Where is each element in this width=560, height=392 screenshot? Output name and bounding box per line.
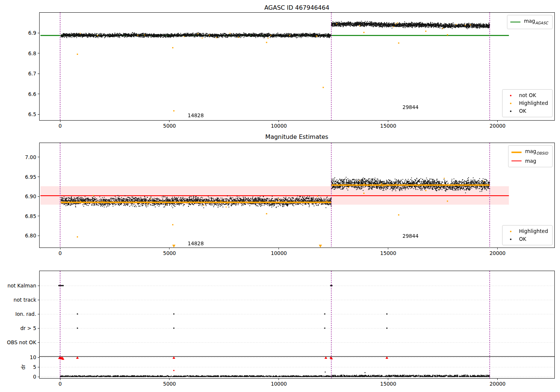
legend-entry: magAGASC [510, 17, 548, 27]
y-tick [38, 236, 39, 236]
y-tick [38, 314, 39, 314]
legend-point-status: HighlightedOK [502, 225, 553, 245]
legend-point-status: not OKHighlightedOK [502, 89, 553, 117]
flag-category-label: Ion. rad. [15, 311, 36, 317]
legend-label: magOBSID [525, 147, 548, 157]
figure: AGASC ID 467946464 Magnitude Estimates m… [0, 0, 560, 392]
y-tick-label: 6.80 [25, 233, 36, 239]
x-tick-label: 20000 [489, 381, 505, 387]
y-tick [38, 357, 39, 358]
x-tick [388, 248, 388, 249]
x-tick-label: 0 [59, 250, 62, 256]
legend-entry: OK [505, 107, 548, 115]
y-tick [38, 74, 39, 74]
x-tick-label: 10000 [271, 381, 287, 387]
agasc-magnitude-canvas [40, 13, 554, 120]
legend-entry: mag [511, 157, 548, 165]
x-tick [169, 379, 169, 380]
x-tick [279, 248, 279, 249]
x-tick [497, 379, 498, 380]
y-tick [38, 177, 39, 177]
legend-entry: Highlighted [505, 227, 548, 235]
x-tick [60, 121, 60, 122]
y-tick-label: 6.85 [25, 213, 36, 219]
legend-marker-icon [505, 111, 516, 112]
dr-tick-label: 10 [30, 354, 36, 360]
y-tick-label: 6.95 [25, 174, 36, 180]
obsid-annotation: 14828 [188, 112, 204, 118]
flag-category-label: OBS not OK [7, 339, 36, 345]
middle-plot-title: Magnitude Estimates [265, 133, 329, 140]
x-tick-label: 0 [59, 123, 62, 129]
legend-entry: not OK [505, 91, 548, 99]
x-tick [169, 121, 169, 122]
x-tick-label: 20000 [489, 123, 505, 129]
plot-magnitude-estimates: magOBSIDmagHighlightedOK [39, 143, 555, 248]
y-tick-label: 6.5 [28, 111, 36, 117]
y-tick [38, 114, 39, 115]
x-tick-label: 10000 [271, 250, 287, 256]
top-plot-title: AGASC ID 467946464 [264, 4, 329, 11]
x-tick-label: 15000 [380, 381, 396, 387]
y-tick-label: 6.7 [28, 71, 36, 77]
legend-label: Highlighted [519, 227, 548, 235]
obsid-annotation: 29844 [402, 104, 419, 110]
x-tick-label: 5000 [163, 123, 176, 129]
x-tick-label: 15000 [380, 123, 396, 129]
legend-mag-agasc: magAGASC [507, 15, 553, 29]
y-tick [38, 377, 39, 377]
dr-tick-label: 0 [33, 374, 36, 380]
y-tick [38, 94, 39, 94]
x-tick [497, 121, 498, 122]
y-tick [38, 157, 39, 157]
y-tick-label: 6.90 [25, 193, 36, 199]
legend-marker-icon [505, 231, 516, 232]
x-tick-label: 15000 [380, 250, 396, 256]
legend-entry: magOBSID [511, 147, 548, 157]
flag-category-label: not track [13, 297, 36, 303]
plot-flags-dr [39, 271, 555, 379]
dr-tick-label: 5 [33, 364, 36, 370]
x-tick-label: 5000 [163, 381, 176, 387]
legend-label: magAGASC [524, 17, 548, 27]
legend-line-icon [510, 22, 520, 22]
plot-agasc-magnitude: magAGASCnot OKHighlightedOK [39, 12, 555, 121]
flag-category-label: not Kalman [7, 283, 36, 289]
y-tick [38, 216, 39, 216]
y-tick [38, 196, 39, 197]
x-tick-label: 0 [59, 381, 62, 387]
legend-marker-icon [505, 103, 516, 104]
x-tick-label: 5000 [163, 250, 176, 256]
x-tick [388, 379, 388, 380]
legend-label: not OK [519, 91, 536, 99]
y-tick [38, 286, 39, 286]
x-tick [60, 248, 60, 249]
y-tick [38, 328, 39, 329]
legend-entry: OK [505, 235, 548, 243]
x-tick [388, 121, 388, 122]
obsid-annotation: 14828 [188, 240, 204, 246]
legend-label: mag [525, 157, 536, 165]
x-tick [279, 379, 279, 380]
legend-mag-lines: magOBSIDmag [508, 145, 553, 167]
legend-line-icon [511, 152, 522, 153]
y-tick [38, 300, 39, 300]
y-tick-label: 6.8 [28, 50, 36, 56]
legend-label: OK [519, 235, 526, 243]
y-tick-label: 6.6 [28, 91, 36, 97]
legend-marker-icon [505, 95, 516, 96]
x-tick-label: 10000 [271, 123, 287, 129]
x-tick [60, 379, 60, 380]
x-tick-label: 20000 [489, 250, 505, 256]
flags-dr-canvas [40, 271, 554, 378]
y-tick-label: 6.9 [28, 30, 36, 36]
legend-label: Highlighted [519, 99, 548, 107]
x-tick [279, 121, 279, 122]
obsid-annotation: 29844 [402, 233, 419, 239]
y-tick-label: 7.00 [25, 154, 36, 160]
legend-marker-icon [505, 239, 516, 240]
y-tick [38, 367, 39, 367]
legend-label: OK [519, 107, 526, 115]
x-tick [497, 248, 498, 249]
y-tick [38, 53, 39, 53]
